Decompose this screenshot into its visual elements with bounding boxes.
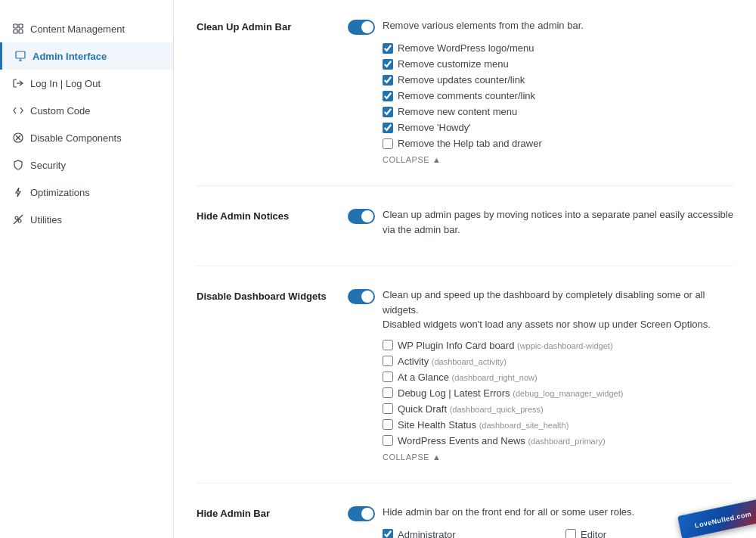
tools-icon (12, 213, 24, 225)
hide-notices-desc: Clean up admin pages by moving notices i… (383, 207, 733, 237)
sidebar-item-label: Content Management (30, 23, 125, 35)
svg-point-11 (15, 216, 18, 219)
checkbox-editor-label: Editor (581, 529, 606, 539)
hide-notices-toggle[interactable] (348, 209, 375, 224)
sidebar-item-label: Custom Code (30, 105, 90, 117)
main-content: Clean Up Admin Bar Remove various elemen… (174, 0, 756, 538)
checkbox-comments: Remove comments counter/link (383, 90, 733, 101)
sidebar-item-disable-components[interactable]: Disable Components (0, 124, 173, 151)
checkbox-activity: Activity (dashboard_activity) (383, 356, 733, 367)
sidebar-item-content-management[interactable]: Content Management (0, 15, 173, 42)
hide-admin-bar-toggle[interactable] (348, 506, 375, 521)
sidebar-item-admin-interface[interactable]: Admin Interface (0, 42, 173, 70)
sidebar-item-optimizations[interactable]: Optimizations (0, 179, 173, 206)
checkbox-debug-log-label: Debug Log | Latest Errors (debug_log_man… (398, 387, 623, 399)
checkbox-administrator: Administrator (383, 529, 550, 539)
checkbox-activity-input[interactable] (383, 356, 393, 366)
login-icon (12, 77, 24, 89)
checkbox-administrator-label: Administrator (398, 529, 456, 539)
collapse-arrow-icon2: ▲ (432, 452, 441, 462)
disable-dashboard-desc: Clean up and speed up the dashboard by c… (383, 288, 733, 332)
checkbox-wppic-input[interactable] (383, 340, 393, 350)
dashboard-collapse[interactable]: COLLAPSE ▲ (383, 452, 733, 462)
checkbox-new-content: Remove new content menu (383, 106, 733, 117)
checkbox-howdy-label: Remove 'Howdy' (398, 122, 471, 133)
checkbox-debug-log-input[interactable] (383, 387, 393, 398)
sidebar-item-label: Admin Interface (33, 51, 107, 62)
checkbox-help-tab-input[interactable] (383, 138, 393, 149)
checkbox-comments-input[interactable] (383, 91, 393, 101)
svg-rect-4 (16, 51, 25, 58)
checkbox-updates-label: Remove updates counter/link (398, 74, 525, 86)
checkbox-help-tab: Remove the Help tab and drawer (383, 138, 733, 149)
checkbox-wp-events-label: WordPress Events and News (dashboard_pri… (398, 435, 606, 446)
disable-dashboard-toggle-row: Clean up and speed up the dashboard by c… (348, 288, 733, 332)
disable-dashboard-toggle[interactable] (348, 289, 375, 304)
sidebar-item-utilities[interactable]: Utilities (0, 206, 173, 233)
checkbox-wp-events: WordPress Events and News (dashboard_pri… (383, 435, 733, 446)
checkbox-updates: Remove updates counter/link (383, 74, 733, 86)
checkbox-wp-logo: Remove WordPress logo/menu (383, 42, 733, 54)
svg-rect-0 (14, 24, 17, 28)
clean-up-desc: Remove various elements from the admin b… (383, 18, 584, 33)
sidebar-item-label: Security (30, 160, 66, 171)
checkbox-site-health: Site Health Status (dashboard_site_healt… (383, 419, 733, 431)
checkbox-help-tab-label: Remove the Help tab and drawer (398, 138, 542, 149)
checkbox-wp-logo-label: Remove WordPress logo/menu (398, 42, 534, 54)
sidebar-item-label: Utilities (30, 214, 62, 225)
clean-up-toggle[interactable] (348, 20, 375, 35)
sidebar-item-label: Disable Components (30, 132, 122, 144)
clean-up-admin-bar-label: Clean Up Admin Bar (197, 18, 348, 164)
circle-x-icon (12, 132, 24, 144)
checkbox-customize-input[interactable] (383, 59, 393, 70)
checkbox-howdy: Remove 'Howdy' (383, 122, 733, 133)
checkbox-editor-input[interactable] (565, 529, 576, 538)
collapse-label: COLLAPSE (383, 155, 429, 164)
clean-up-admin-bar-row: Clean Up Admin Bar Remove various elemen… (197, 18, 733, 186)
checkbox-updates-input[interactable] (383, 75, 393, 86)
hide-notices-toggle-row: Clean up admin pages by moving notices i… (348, 207, 733, 237)
shield-icon (12, 159, 24, 171)
clean-up-admin-bar-content: Remove various elements from the admin b… (348, 18, 733, 164)
hide-admin-bar-label: Hide Admin Bar (197, 505, 348, 539)
clean-up-collapse[interactable]: COLLAPSE ▲ (383, 155, 733, 164)
grid-icon (12, 23, 24, 35)
sidebar-item-security[interactable]: Security (0, 151, 173, 179)
lightning-icon (12, 186, 24, 198)
hide-admin-notices-content: Clean up admin pages by moving notices i… (348, 207, 733, 244)
svg-rect-3 (19, 30, 23, 33)
clean-up-checkboxes: Remove WordPress logo/menu Remove custom… (383, 42, 733, 149)
sidebar-item-login-logout[interactable]: Log In | Log Out (0, 70, 173, 97)
svg-point-12 (18, 219, 21, 222)
hide-admin-notices-row: Hide Admin Notices Clean up admin pages … (197, 207, 733, 266)
checkbox-comments-label: Remove comments counter/link (398, 90, 535, 101)
checkbox-new-content-input[interactable] (383, 107, 393, 117)
watermark: LoveNulled.com (678, 498, 756, 538)
checkbox-administrator-input[interactable] (383, 529, 393, 538)
svg-rect-1 (19, 24, 23, 28)
checkbox-site-health-input[interactable] (383, 419, 393, 430)
collapse-arrow-icon: ▲ (432, 155, 441, 164)
checkbox-wp-logo-input[interactable] (383, 43, 393, 54)
sidebar-item-custom-code[interactable]: Custom Code (0, 97, 173, 124)
svg-line-13 (14, 215, 23, 224)
svg-rect-2 (14, 30, 17, 33)
checkbox-at-a-glance: At a Glance (dashboard_right_now) (383, 372, 733, 383)
watermark-text: LoveNulled.com (695, 510, 753, 530)
checkbox-wp-events-input[interactable] (383, 435, 393, 446)
checkbox-quick-draft-input[interactable] (383, 403, 393, 414)
checkbox-customize: Remove customize menu (383, 58, 733, 70)
disable-dashboard-content: Clean up and speed up the dashboard by c… (348, 288, 733, 462)
checkbox-site-health-label: Site Health Status (dashboard_site_healt… (398, 419, 569, 431)
hide-admin-notices-label: Hide Admin Notices (197, 207, 348, 244)
sidebar-item-label: Log In | Log Out (30, 78, 101, 89)
dashboard-collapse-label: COLLAPSE (383, 452, 429, 462)
sidebar-item-label: Optimizations (30, 187, 90, 198)
checkbox-debug-log: Debug Log | Latest Errors (debug_log_man… (383, 387, 733, 399)
clean-up-toggle-row: Remove various elements from the admin b… (348, 18, 733, 35)
checkbox-howdy-input[interactable] (383, 123, 393, 133)
sidebar: Content Management Admin Interface Log (0, 0, 174, 538)
checkbox-at-a-glance-input[interactable] (383, 372, 393, 382)
hide-admin-bar-desc: Hide admin bar on the front end for all … (383, 505, 634, 520)
hide-admin-bar-row: Hide Admin Bar Hide admin bar on the fro… (197, 505, 733, 539)
